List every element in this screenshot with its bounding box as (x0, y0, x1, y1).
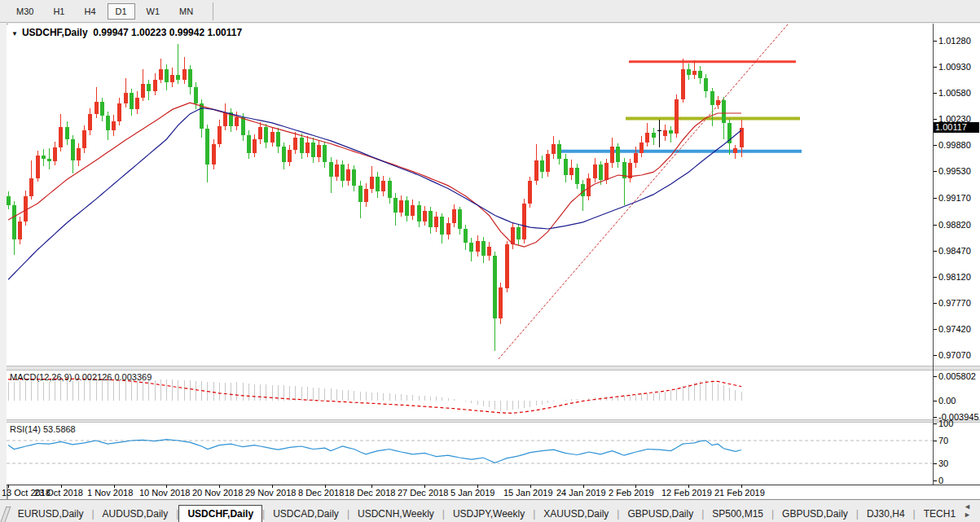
price-axis-label-tick (934, 119, 937, 120)
price-axis-label: 1.00930 (938, 62, 971, 72)
price-axis-label: 0.97420 (938, 324, 971, 334)
time-axis-label: 24 Jan 2019 (556, 488, 606, 498)
macd-label: MACD(12,26,9) 0.002126 0.003369 (10, 372, 152, 382)
timeframe-button-d1[interactable]: D1 (108, 3, 135, 20)
rsi-value: 53.5868 (43, 424, 76, 434)
price-axis-label-tick (934, 355, 937, 356)
time-axis-label: 10 Nov 2018 (139, 488, 190, 498)
chart-tab-tech1[interactable]: TECH1 (916, 506, 964, 522)
price-axis-label: 1.00580 (938, 88, 971, 98)
chart-tab-xauusd-daily[interactable]: XAUUSD,Daily (535, 506, 617, 522)
time-axis-label: 1 Nov 2018 (87, 488, 133, 498)
macd-axis-label-tick (934, 417, 937, 418)
price-axis-label: 0.99170 (938, 193, 971, 203)
rsi-axis-label-tick (934, 463, 937, 464)
time-axis-border (7, 485, 980, 485)
ma-slow-line (8, 108, 741, 280)
price-axis-label-tick (934, 198, 937, 199)
chart-menu-arrow-icon[interactable]: ▼ (11, 30, 18, 37)
time-axis-label: 2 Feb 2019 (609, 488, 654, 498)
chart-tab-usdchf-daily[interactable]: USDCHF,Daily (178, 505, 262, 522)
chart-tab-dj30-h4[interactable]: DJ30,H4 (859, 506, 913, 522)
chart-tab-gbpusd-daily[interactable]: GBPUSD,Daily (774, 506, 856, 522)
rsi-axis-label: 100 (938, 419, 953, 428)
main-chart-panel[interactable] (7, 24, 933, 366)
rsi-axis-label-tick (934, 441, 937, 441)
time-axis-label: 8 Dec 2018 (298, 488, 344, 498)
price-axis-label: 0.98820 (938, 220, 971, 230)
window-frame-bottom (0, 499, 980, 500)
price-axis-label-tick (934, 251, 937, 252)
macd-axis-label-tick (934, 401, 937, 401)
price-axis-label: 0.98470 (938, 246, 971, 256)
time-axis-label: 15 Jan 2019 (503, 488, 553, 498)
time-axis-label: 5 Jan 2019 (450, 488, 494, 498)
chart-symbol: USDCHF,Daily (22, 27, 88, 38)
rsi-axis-label: 0 (938, 476, 943, 485)
rsi-line (8, 440, 741, 463)
chart-tab-usdcad-daily[interactable]: USDCAD,Daily (265, 506, 347, 522)
price-axis-label-tick (934, 329, 937, 330)
price-axis-label: 0.99880 (938, 140, 971, 150)
time-axis-label: 29 Nov 2018 (245, 488, 296, 498)
chart-tab-bar: EURUSD,Daily|AUDUSD,Daily|USDCHF,Daily|U… (0, 501, 980, 522)
time-axis-label: 12 Feb 2019 (661, 488, 712, 498)
price-axis-label-tick (934, 277, 937, 278)
rsi-axis-label: 70 (938, 436, 948, 445)
price-axis-label: 0.99530 (938, 166, 971, 176)
price-axis-label-tick (934, 145, 937, 146)
macd-signal-line (8, 379, 741, 413)
rsi-axis-label: 30 (938, 458, 948, 468)
time-axis-label: 20 Nov 2018 (192, 488, 243, 498)
price-axis-label-tick (934, 41, 937, 42)
rsi-svg[interactable] (7, 423, 933, 485)
macd-axis-label: 0.00 (938, 396, 956, 406)
time-axis-label: 23 Oct 2018 (34, 488, 83, 498)
price-axis-label-tick (934, 225, 937, 226)
candles-group (7, 44, 744, 352)
tab-scroll-arrows[interactable]: ◄ ► (964, 502, 980, 522)
price-axis-label: 0.97070 (938, 350, 971, 360)
macd-axis-label: 0.005802 (938, 371, 976, 381)
price-axis-label-tick (934, 67, 937, 68)
price-axis-label-tick (934, 93, 937, 94)
rsi-panel[interactable] (7, 423, 933, 485)
timeframe-button-mn[interactable]: MN (171, 3, 201, 20)
timeframe-button-w1[interactable]: W1 (138, 3, 169, 20)
macd-value-main: 0.002126 (74, 372, 112, 382)
rsi-axis-label-tick (934, 423, 937, 424)
chart-tab-usdjpy-weekly[interactable]: USDJPY,Weekly (445, 506, 533, 522)
chart-tab-gbpusd-daily[interactable]: GBPUSD,Daily (619, 506, 701, 522)
macd-axis-label-tick (934, 376, 937, 377)
rsi-label: RSI(14) 53.5868 (10, 424, 76, 434)
timeframe-button-m30[interactable]: M30 (8, 3, 42, 20)
timeframe-button-h1[interactable]: H1 (45, 3, 73, 20)
macd-histogram (8, 379, 741, 412)
mt4-window: M30H1H4D1W1MN ▼USDCHF,Daily 0.99947 1.00… (0, 0, 980, 522)
chart-tab-usdcnh-weekly[interactable]: USDCNH,Weekly (349, 506, 442, 522)
price-axis-label: 1.01280 (938, 36, 971, 46)
time-axis-label: 21 Feb 2019 (714, 488, 765, 498)
chart-ohlc: 0.99947 1.00223 0.99942 1.00117 (93, 27, 242, 38)
macd-value-signal: 0.003369 (114, 372, 152, 382)
toolbar-separator (213, 2, 213, 20)
chart-title: ▼USDCHF,Daily 0.99947 1.00223 0.99942 1.… (11, 27, 242, 38)
timeframe-button-h4[interactable]: H4 (76, 3, 103, 20)
chart-tab-sp500-m15[interactable]: SP500,M15 (704, 506, 771, 522)
main-chart-svg[interactable] (7, 24, 933, 366)
price-axis-label-tick (934, 171, 937, 172)
price-axis-label-tick (934, 303, 937, 304)
time-axis-label: 18 Dec 2018 (345, 488, 395, 498)
time-axis-label: 27 Dec 2018 (398, 488, 448, 498)
chart-tab-audusd-daily[interactable]: AUDUSD,Daily (94, 506, 177, 522)
price-axis-label: 0.97770 (938, 298, 971, 308)
price-axis-label: 1.00230 (938, 114, 971, 124)
chart-tab-eurusd-daily[interactable]: EURUSD,Daily (10, 506, 92, 522)
ascending-trendline[interactable] (499, 24, 788, 359)
rsi-axis-label-tick (934, 480, 937, 481)
price-axis-label: 0.98120 (938, 272, 971, 282)
timeframe-toolbar: M30H1H4D1W1MN (0, 0, 980, 23)
